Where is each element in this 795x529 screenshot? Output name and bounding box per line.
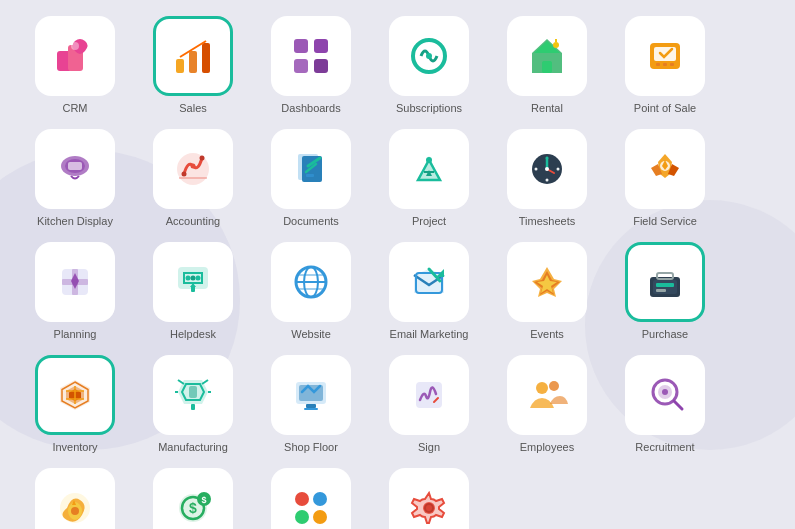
svg-rect-70 <box>189 386 197 398</box>
app-timesheets-label: Timesheets <box>519 215 575 228</box>
app-planning[interactable]: Planning <box>20 242 130 347</box>
app-helpdesk-label: Helpdesk <box>170 328 216 341</box>
app-field-service-icon <box>625 129 705 209</box>
app-sales-icon <box>153 16 233 96</box>
svg-rect-6 <box>294 39 308 53</box>
svg-rect-58 <box>656 283 674 287</box>
svg-rect-59 <box>656 289 666 292</box>
svg-rect-29 <box>306 174 314 177</box>
svg-text:$: $ <box>201 495 206 505</box>
app-documents-label: Documents <box>283 215 339 228</box>
app-project[interactable]: Project <box>374 129 484 234</box>
app-documents[interactable]: Documents <box>256 129 366 234</box>
svg-point-91 <box>313 492 327 506</box>
svg-point-36 <box>557 167 560 170</box>
app-helpdesk[interactable]: Helpdesk <box>138 242 248 347</box>
svg-point-84 <box>71 507 79 515</box>
app-sign[interactable]: Sign <box>374 355 484 460</box>
svg-rect-17 <box>663 63 667 66</box>
svg-point-25 <box>200 155 205 160</box>
app-sign-icon <box>389 355 469 435</box>
app-shop-floor[interactable]: Shop Floor <box>256 355 366 460</box>
app-helpdesk-icon <box>153 242 233 322</box>
svg-point-96 <box>426 505 432 511</box>
app-website[interactable]: Website <box>256 242 366 347</box>
app-sales-label: Sales <box>179 102 207 115</box>
app-events[interactable]: Events <box>492 242 602 347</box>
app-employees-icon <box>507 355 587 435</box>
app-inventory[interactable]: Inventory <box>20 355 130 460</box>
app-sales[interactable]: Sales <box>138 16 248 121</box>
svg-rect-71 <box>191 404 195 410</box>
app-dashboards[interactable]: Dashboards <box>256 16 366 121</box>
app-subscriptions-icon <box>389 16 469 96</box>
app-shop-floor-icon <box>271 355 351 435</box>
svg-rect-4 <box>189 51 197 73</box>
svg-point-23 <box>182 171 187 176</box>
app-timesheets-icon <box>507 129 587 209</box>
app-employees-label: Employees <box>520 441 574 454</box>
app-project-icon <box>389 129 469 209</box>
app-inventory-icon <box>35 355 115 435</box>
svg-rect-9 <box>314 59 328 73</box>
svg-point-11 <box>426 53 432 59</box>
app-manufacturing-label: Manufacturing <box>158 441 228 454</box>
app-time-off[interactable]: Time Off <box>20 468 130 529</box>
svg-rect-7 <box>314 39 328 53</box>
app-purchase-icon <box>625 242 705 322</box>
svg-rect-74 <box>306 404 316 408</box>
app-inventory-label: Inventory <box>52 441 97 454</box>
app-apps[interactable]: Apps <box>256 468 366 529</box>
app-documents-icon <box>271 129 351 209</box>
app-expenses[interactable]: $ $ Expenses <box>138 468 248 529</box>
app-email-marketing[interactable]: Email Marketing <box>374 242 484 347</box>
app-subscriptions-label: Subscriptions <box>396 102 462 115</box>
app-subscriptions[interactable]: Subscriptions <box>374 16 484 121</box>
svg-point-45 <box>196 275 201 280</box>
svg-line-81 <box>674 401 682 409</box>
app-recruitment[interactable]: Recruitment <box>610 355 720 460</box>
svg-point-90 <box>295 492 309 506</box>
svg-point-30 <box>426 157 432 163</box>
app-manufacturing-icon <box>153 355 233 435</box>
app-crm[interactable]: CRM <box>20 16 130 121</box>
app-recruitment-icon <box>625 355 705 435</box>
app-kitchen-display-icon <box>35 129 115 209</box>
svg-rect-41 <box>62 279 88 285</box>
apps-grid: CRM Sales Dashboards <box>0 0 795 529</box>
app-expenses-icon: $ $ <box>153 468 233 529</box>
app-time-off-icon <box>35 468 115 529</box>
svg-point-92 <box>295 510 309 524</box>
app-crm-icon <box>35 16 115 96</box>
app-field-service[interactable]: Field Service <box>610 129 720 234</box>
app-point-of-sale[interactable]: Point of Sale <box>610 16 720 121</box>
app-kitchen-display[interactable]: Kitchen Display <box>20 129 130 234</box>
app-settings[interactable]: Settings <box>374 468 484 529</box>
svg-point-32 <box>545 167 549 171</box>
app-planning-label: Planning <box>54 328 97 341</box>
app-planning-icon <box>35 242 115 322</box>
app-rental[interactable]: Rental <box>492 16 602 121</box>
app-accounting[interactable]: Accounting <box>138 129 248 234</box>
app-field-service-label: Field Service <box>633 215 697 228</box>
app-sign-label: Sign <box>418 441 440 454</box>
svg-point-44 <box>191 275 196 280</box>
app-shop-floor-label: Shop Floor <box>284 441 338 454</box>
svg-point-77 <box>536 382 548 394</box>
svg-point-93 <box>313 510 327 524</box>
svg-rect-8 <box>294 59 308 73</box>
app-point-of-sale-icon <box>625 16 705 96</box>
svg-point-35 <box>535 167 538 170</box>
svg-point-33 <box>546 156 549 159</box>
app-purchase[interactable]: Purchase <box>610 242 720 347</box>
app-timesheets[interactable]: Timesheets <box>492 129 602 234</box>
svg-point-82 <box>662 389 668 395</box>
svg-text:$: $ <box>189 500 197 516</box>
app-employees[interactable]: Employees <box>492 355 602 460</box>
app-manufacturing[interactable]: Manufacturing <box>138 355 248 460</box>
svg-point-43 <box>186 275 191 280</box>
app-recruitment-label: Recruitment <box>635 441 694 454</box>
svg-rect-18 <box>670 63 674 66</box>
app-project-label: Project <box>412 215 446 228</box>
svg-rect-12 <box>542 61 552 73</box>
